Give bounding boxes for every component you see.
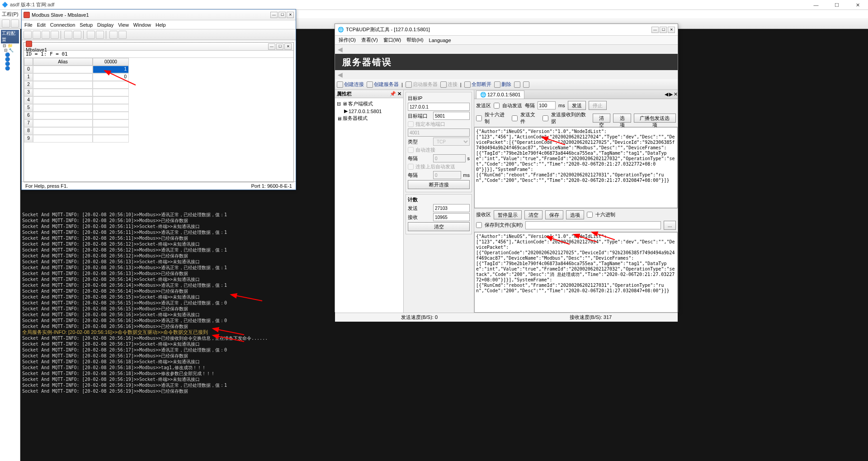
about-icon[interactable] <box>118 31 127 39</box>
menu-item[interactable]: 窗口(W) <box>383 37 401 43</box>
menu-view[interactable]: View <box>118 22 129 28</box>
alias-cell[interactable] <box>33 89 93 96</box>
value-cell[interactable]: 1 <box>93 66 129 73</box>
alias-cell[interactable] <box>33 66 93 73</box>
create-connection-button[interactable]: 创建连接 <box>337 81 364 88</box>
minimize-button[interactable]: — <box>806 0 826 10</box>
row-index[interactable]: 1 <box>24 73 33 81</box>
mbs-titlebar[interactable]: Modbus Slave - Mbslave1 — ☐ ✕ <box>22 10 296 20</box>
pause-display-button[interactable]: 暂停显示 <box>494 210 522 219</box>
value-cell[interactable] <box>93 112 129 119</box>
open-icon[interactable] <box>33 31 41 39</box>
minimize-button[interactable]: — <box>268 43 275 50</box>
toolbar-button[interactable] <box>2 19 10 28</box>
hex-recv-checkbox[interactable] <box>587 212 593 218</box>
close-icon[interactable]: ✕ <box>397 91 401 96</box>
alias-cell[interactable] <box>33 119 93 127</box>
maximize-button[interactable]: ☐ <box>660 27 667 33</box>
connection-tab[interactable]: 🌐 127.0.0.1:5801 <box>476 90 524 99</box>
value-cell[interactable] <box>93 127 129 135</box>
tree-node[interactable]: 🔵 <box>1 62 19 66</box>
recv-textarea[interactable]: {"Author":"iNeuOS","Version":"1.0","Node… <box>474 232 678 313</box>
tree-endpoint[interactable]: ▶ 127.0.0.1:5801 <box>337 108 401 114</box>
delete-button[interactable]: 删除 <box>494 81 511 88</box>
tree-node[interactable]: ⊟ 🔧 <box>1 48 19 52</box>
menu-item[interactable]: 帮助(H) <box>406 37 423 43</box>
row-index[interactable]: 0 <box>24 66 33 73</box>
value-cell[interactable] <box>93 119 129 127</box>
send-options-button[interactable]: 选项 <box>613 114 631 123</box>
clear-send-button[interactable]: 清空 <box>593 114 611 123</box>
tree-node[interactable]: 🔵 <box>1 57 19 62</box>
alias-cell[interactable] <box>33 112 93 119</box>
tab-next-icon[interactable]: ▶ <box>669 91 673 97</box>
column-header[interactable]: Alias <box>33 58 93 66</box>
save-recv-button[interactable]: 保存 <box>545 210 563 219</box>
cut-icon[interactable] <box>64 31 72 39</box>
menu-item[interactable]: 查看(V) <box>361 37 378 43</box>
column-header[interactable]: 00000 <box>93 58 129 66</box>
filter-button[interactable] <box>523 81 529 88</box>
menu-item[interactable]: Language <box>429 38 451 43</box>
row-index[interactable]: 3 <box>24 89 33 96</box>
minimize-button[interactable]: — <box>270 12 278 18</box>
help-icon[interactable] <box>109 31 118 39</box>
menu-item[interactable]: 操作(O) <box>339 37 356 43</box>
tree-node[interactable]: 🔵 <box>1 66 19 71</box>
send-textarea[interactable]: {"Author":"iNeuOS","Version":"1.0","Node… <box>474 127 678 208</box>
value-cell[interactable] <box>93 89 129 96</box>
menu-setup[interactable]: Setup <box>80 22 93 28</box>
tree-node[interactable]: ⊟ 📁 <box>1 43 19 48</box>
target-port-input[interactable] <box>433 112 470 120</box>
menu-display[interactable]: Display <box>97 22 113 28</box>
maximize-button[interactable]: ☐ <box>278 12 286 18</box>
menu-window[interactable]: Window <box>133 22 151 28</box>
row-index[interactable]: 6 <box>24 112 33 119</box>
hex-send-checkbox[interactable] <box>476 115 482 121</box>
alias-cell[interactable] <box>33 96 93 104</box>
menu-project[interactable]: 工程(P) <box>2 11 19 18</box>
target-ip-input[interactable] <box>408 103 470 111</box>
alias-cell[interactable] <box>33 81 93 89</box>
alias-cell[interactable] <box>33 135 93 143</box>
copy-icon[interactable] <box>73 31 81 39</box>
register-grid[interactable]: Alias00000011023456789 <box>24 58 293 143</box>
broadcast-options-button[interactable]: 广播包发送选项 <box>634 114 676 123</box>
print-icon[interactable] <box>51 31 59 39</box>
row-index[interactable]: 8 <box>24 127 33 135</box>
menu-file[interactable]: File <box>24 22 33 28</box>
create-server-button[interactable]: 创建服务器 <box>367 81 399 88</box>
toolbar-button[interactable] <box>11 19 19 28</box>
echo-checkbox[interactable] <box>542 115 548 121</box>
pin-icon[interactable]: 📌 <box>390 91 396 96</box>
minimize-button[interactable]: — <box>651 27 659 33</box>
row-index[interactable]: 2 <box>24 81 33 89</box>
close-button[interactable]: ✕ <box>284 43 292 50</box>
row-index[interactable]: 5 <box>24 104 33 112</box>
send-file-checkbox[interactable] <box>512 115 518 121</box>
alias-cell[interactable] <box>33 127 93 135</box>
close-button[interactable]: ✕ <box>847 0 868 10</box>
auto-send-checkbox[interactable] <box>494 103 500 109</box>
value-cell[interactable] <box>93 81 129 89</box>
close-button[interactable]: ✕ <box>668 27 675 33</box>
tcp-titlebar[interactable]: 🌐 TCP&UDP测试工具 - [127.0.0.1:5801] — ☐ ✕ <box>335 24 678 36</box>
maximize-button[interactable]: ☐ <box>276 43 283 50</box>
back-arrow-icon[interactable]: ◀ <box>335 45 678 54</box>
new-icon[interactable] <box>24 31 32 39</box>
save-file-path-input[interactable] <box>525 221 661 229</box>
save-to-file-checkbox[interactable] <box>476 222 482 228</box>
tree-client-mode[interactable]: ⊟ 🖥 客户端模式 <box>337 100 401 108</box>
value-cell[interactable]: 0 <box>93 73 129 81</box>
close-button[interactable]: ✕ <box>287 12 294 18</box>
value-cell[interactable] <box>93 104 129 112</box>
recv-options-button[interactable]: 选项 <box>566 210 584 219</box>
tab-close-icon[interactable]: ✕ <box>674 91 678 97</box>
alias-cell[interactable] <box>33 104 93 112</box>
clear-count-button[interactable]: 清空 <box>408 222 470 231</box>
forward-arrow-icon[interactable]: ◀ <box>335 70 678 79</box>
disconnect-all-button[interactable]: 全部断开 <box>464 81 491 88</box>
send-count-input[interactable] <box>433 204 470 212</box>
row-index[interactable]: 4 <box>24 96 33 104</box>
run-icon[interactable] <box>87 31 95 39</box>
